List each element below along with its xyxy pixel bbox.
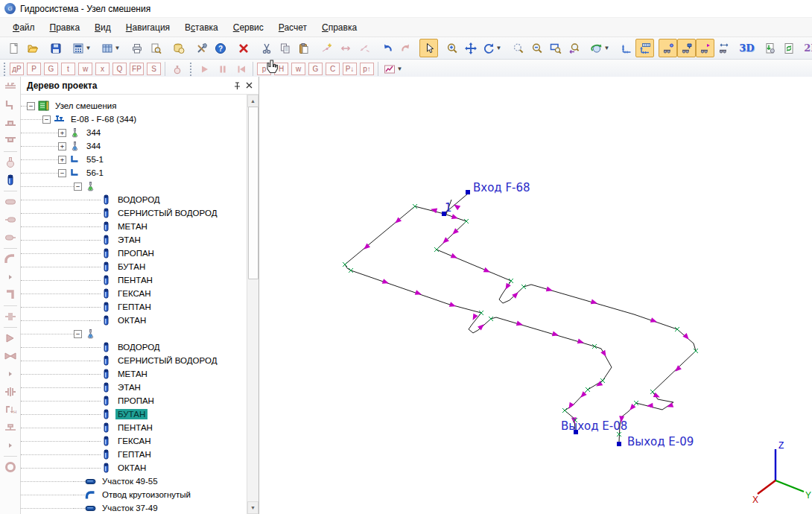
valve-more-button[interactable] xyxy=(1,365,20,383)
insert-ring-button[interactable] xyxy=(1,458,20,476)
tree-item-узел-смешения[interactable]: −Узел смешения xyxy=(21,99,247,112)
open-file-button[interactable] xyxy=(23,39,42,57)
view-3d-button[interactable]: 3D xyxy=(738,39,756,57)
insert-tee-up-button[interactable] xyxy=(1,114,20,132)
bend-more-button[interactable] xyxy=(1,268,20,286)
orientation-button[interactable]: ▼ xyxy=(588,39,612,57)
insert-nozzle-button[interactable] xyxy=(1,329,20,347)
tree-item-водород[interactable]: ВОДОРОД xyxy=(21,340,247,354)
show-lengths-button[interactable] xyxy=(714,39,733,57)
undo-button[interactable] xyxy=(378,39,396,57)
tree-item-бутан[interactable]: БУТАН xyxy=(21,407,247,421)
zoom-window-button[interactable] xyxy=(546,39,565,57)
show-flow-arrows-button[interactable] xyxy=(696,39,714,57)
chart-button[interactable]: ▼ xyxy=(381,60,405,78)
tree-item-гексан[interactable]: ГЕКСАН xyxy=(21,287,247,300)
pipe-lines[interactable] xyxy=(345,194,696,442)
view-2d-button[interactable]: 2D xyxy=(802,39,812,57)
add-node-button[interactable] xyxy=(317,39,336,57)
copy-button[interactable] xyxy=(276,39,294,57)
show-axes-button[interactable] xyxy=(617,39,635,57)
menu-item-вид[interactable]: Вид xyxy=(88,20,118,35)
tree-item-участок-37-49[interactable]: Участок 37-49 xyxy=(21,501,247,514)
tree-item-e-08---f-68-344-[interactable]: −E-08 - F-68 (344) xyxy=(21,112,247,126)
delete-button[interactable] xyxy=(234,39,253,57)
step-back-button[interactable] xyxy=(232,60,250,78)
cut-button[interactable] xyxy=(257,39,276,57)
tree-item-бутан[interactable]: БУТАН xyxy=(21,260,247,273)
zoom-region-button[interactable] xyxy=(509,39,527,57)
tree-item-октан[interactable]: ОКТАН xyxy=(21,314,247,327)
insert-corner-button[interactable] xyxy=(1,286,20,304)
redo-button[interactable] xyxy=(396,39,415,57)
insert-level-change-button[interactable]: H xyxy=(1,401,20,419)
insert-orifice-button[interactable] xyxy=(1,308,20,326)
insert-bend-button[interactable] xyxy=(1,250,20,268)
pan-button[interactable] xyxy=(461,39,480,57)
insert-pipe-section-button[interactable] xyxy=(1,193,20,211)
insert-component-button[interactable] xyxy=(1,171,20,189)
tree-item-метан[interactable]: МЕТАН xyxy=(21,367,247,381)
collapse-icon[interactable]: − xyxy=(58,169,66,177)
tree-item-отвод-крутоизогнутый[interactable]: Отвод крутоизогнутый xyxy=(21,488,247,501)
menu-item-справка[interactable]: Справка xyxy=(315,20,364,35)
tree-item-гептан[interactable]: ГЕПТАН xyxy=(21,300,247,314)
insert-pump-button[interactable] xyxy=(1,419,20,437)
expand-icon[interactable]: + xyxy=(58,142,66,150)
tree-item-пентан[interactable]: ПЕНТАН xyxy=(21,421,247,434)
scroll-up-icon[interactable]: ▲ xyxy=(247,95,258,107)
calc-mode-button-G[interactable]: G xyxy=(44,63,58,75)
pin-icon[interactable] xyxy=(230,79,243,92)
menu-item-вставка[interactable]: Вставка xyxy=(178,20,225,35)
collapse-icon[interactable]: − xyxy=(42,115,51,124)
result-mode-button-P[interactable]: P↓ xyxy=(343,63,357,75)
show-fittings-button[interactable] xyxy=(677,39,696,57)
insert-flask-button[interactable] xyxy=(1,153,20,171)
tree-item-344[interactable]: +344 xyxy=(21,139,247,153)
show-ruler-axes-button[interactable] xyxy=(635,39,654,57)
database-button[interactable] xyxy=(169,39,188,57)
expand-icon[interactable]: + xyxy=(58,156,66,164)
tree-item-group[interactable]: − xyxy=(21,180,247,193)
tree-item-метан[interactable]: МЕТАН xyxy=(21,220,247,233)
tree-item-пропан[interactable]: ПРОПАН xyxy=(21,247,247,260)
pump-more-button[interactable] xyxy=(1,437,20,454)
show-supports-button[interactable] xyxy=(659,39,677,57)
tree-item-водород[interactable]: ВОДОРОД xyxy=(21,193,247,206)
insert-pipe-inlet-button[interactable] xyxy=(1,211,20,229)
scrollbar-thumb[interactable] xyxy=(248,107,258,279)
zoom-out-button[interactable] xyxy=(527,39,546,57)
calc-mode-button-P[interactable]: P xyxy=(27,63,41,75)
menu-item-сервис[interactable]: Сервис xyxy=(226,20,270,35)
insert-tee-down-button[interactable] xyxy=(1,132,20,150)
result-mode-button-G[interactable]: G xyxy=(308,63,323,75)
tree-item-этан[interactable]: ЭТАН xyxy=(21,233,247,247)
calc-mode-button-t[interactable]: t xyxy=(61,63,75,75)
calculator-button[interactable]: ▼ xyxy=(69,39,94,57)
pause-calculation-button[interactable] xyxy=(213,60,232,78)
calc-mode-button-x[interactable]: x xyxy=(95,63,110,75)
tree-item-октан[interactable]: ОКТАН xyxy=(21,461,247,475)
tree-item-участок-49-55[interactable]: Участок 49-55 xyxy=(21,475,247,488)
tree-item-пентан[interactable]: ПЕНТАН xyxy=(21,273,247,287)
zoom-previous-button[interactable] xyxy=(565,39,583,57)
insert-tee-button[interactable] xyxy=(1,78,20,96)
burner-button[interactable] xyxy=(168,60,186,78)
run-calculation-button[interactable] xyxy=(194,60,213,78)
calc-mode-button-дP[interactable]: дP xyxy=(10,63,24,75)
result-mode-button-w[interactable]: w xyxy=(291,63,305,75)
help-button[interactable]: ? xyxy=(211,39,229,57)
new-file-button[interactable] xyxy=(4,39,23,57)
paste-button[interactable] xyxy=(294,39,313,57)
insert-pipe-outlet-button[interactable] xyxy=(1,229,20,247)
menu-item-правка[interactable]: Правка xyxy=(43,20,87,35)
tree-item-гексан[interactable]: ГЕКСАН xyxy=(21,434,247,448)
calc-mode-button-w[interactable]: w xyxy=(78,63,92,75)
settings-tools-button[interactable] xyxy=(192,39,211,57)
export-model-button[interactable] xyxy=(761,39,779,57)
expand-icon[interactable]: + xyxy=(58,129,66,137)
tree-item-пропан[interactable]: ПРОПАН xyxy=(21,394,247,407)
table-button[interactable]: ▼ xyxy=(98,39,123,57)
result-mode-button-C[interactable]: C xyxy=(326,63,340,75)
menu-item-навигация[interactable]: Навигация xyxy=(119,20,177,35)
